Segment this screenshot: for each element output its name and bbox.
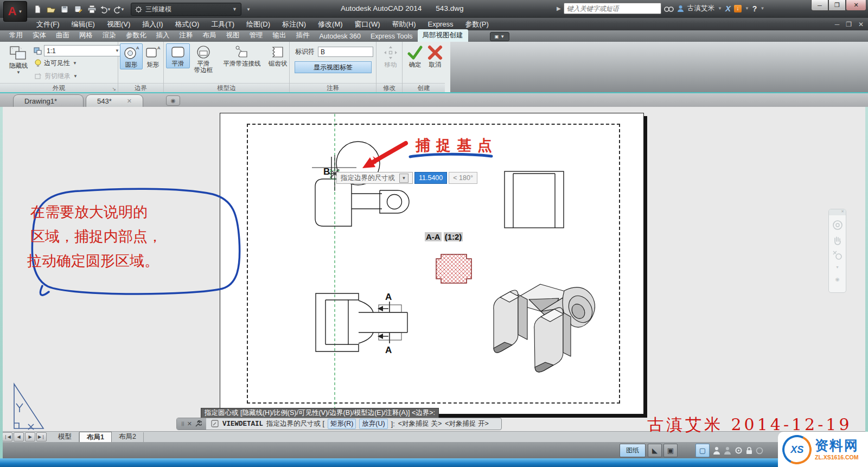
plot-button[interactable] bbox=[86, 3, 98, 15]
file-tab[interactable]: Drawing1* bbox=[13, 94, 84, 107]
annotation-visibility-icon[interactable] bbox=[724, 446, 731, 455]
quick-view-drawings-button[interactable]: ▣ bbox=[663, 444, 678, 457]
dynamic-input-options-icon[interactable]: ▼ bbox=[399, 174, 409, 183]
panel-label-annotation[interactable]: 注释 bbox=[290, 83, 376, 92]
quick-view-layouts-button[interactable]: ◣ bbox=[648, 444, 662, 457]
panel-label-create[interactable]: 创建 bbox=[403, 83, 445, 92]
viewport-maximize-button[interactable]: ▢ bbox=[695, 444, 710, 457]
new-drawing-tab-button[interactable]: ◉ bbox=[166, 95, 180, 106]
command-input-line[interactable]: VIEWDETAIL 指定边界的尺寸或 [ 矩形(R) 放弃(U) ]: <对象… bbox=[206, 418, 501, 430]
ribbon-tab[interactable]: 常用 bbox=[4, 29, 28, 42]
layout-tab[interactable]: 布局2 bbox=[112, 432, 144, 442]
search-input[interactable] bbox=[564, 3, 661, 14]
ribbon-tab[interactable]: Express Tools bbox=[366, 31, 418, 42]
section-view-label[interactable]: A-A (1:2) bbox=[425, 232, 463, 241]
panel-label-modify[interactable]: 修改 bbox=[376, 83, 402, 92]
panel-label-boundary[interactable]: 边界 bbox=[118, 83, 163, 92]
open-file-button[interactable] bbox=[45, 3, 57, 15]
menu-item[interactable]: 绘图(D) bbox=[240, 18, 276, 30]
next-layout-button[interactable]: ▶ bbox=[25, 432, 35, 442]
circular-boundary-button[interactable]: A 圆形 bbox=[120, 43, 143, 69]
signed-in-user[interactable]: 古滇艾米 bbox=[687, 4, 714, 13]
close-icon[interactable]: ✕ bbox=[127, 98, 132, 105]
panel-label-model-edge[interactable]: 模型边 bbox=[164, 83, 289, 92]
chevron-down-icon[interactable]: ▼ bbox=[745, 6, 749, 11]
app-menu-button[interactable]: A▼ bbox=[3, 1, 27, 22]
lock-icon[interactable] bbox=[746, 446, 752, 455]
dynamic-input-value[interactable]: 11.5400 bbox=[414, 172, 447, 184]
workspace-selector[interactable]: 三维建模 ▼ bbox=[131, 3, 241, 16]
menu-item[interactable]: 文件(F) bbox=[30, 18, 66, 30]
save-as-button[interactable] bbox=[72, 3, 84, 15]
last-layout-button[interactable]: ▶❘ bbox=[36, 432, 47, 442]
ribbon-tab[interactable]: 插入 bbox=[151, 29, 175, 42]
minimize-button[interactable]: ─ bbox=[811, 0, 828, 11]
wrench-icon[interactable] bbox=[195, 420, 202, 427]
navbar-close-icon[interactable]: ✕ bbox=[829, 209, 846, 215]
navigation-bar[interactable]: ✕ ▼ ◉ bbox=[828, 209, 846, 293]
rectangular-boundary-button[interactable]: A 矩形 bbox=[142, 43, 164, 69]
gear-icon[interactable] bbox=[735, 446, 743, 455]
undo-button[interactable]: ▼ bbox=[99, 3, 111, 15]
paper-model-button[interactable]: 图纸 bbox=[620, 444, 646, 457]
restore-button[interactable]: ❐ bbox=[828, 0, 846, 11]
ribbon-tab[interactable]: 网格 bbox=[74, 29, 98, 42]
smooth-with-border-button[interactable]: 平滑带边框 bbox=[189, 43, 218, 75]
close-button[interactable]: ✕ bbox=[846, 0, 866, 11]
menu-item[interactable]: 窗口(W) bbox=[349, 18, 386, 30]
ribbon-tab[interactable]: 渲染 bbox=[98, 29, 121, 42]
command-option-undo[interactable]: 放弃(U) bbox=[359, 419, 387, 429]
command-line-dock[interactable]: ⣿ ✕ VIEWDETAIL 指定边界的尺寸或 [ 矩形(R) 放弃(U) ]:… bbox=[176, 418, 502, 430]
menu-item[interactable]: 插入(I) bbox=[136, 18, 169, 30]
layout-tab[interactable]: 模型 bbox=[51, 432, 79, 442]
cancel-button[interactable]: 取消 bbox=[424, 43, 446, 69]
autodesk-360-icon[interactable]: ↓ bbox=[734, 5, 742, 12]
ribbon-tab[interactable]: 局部视图创建 bbox=[418, 29, 468, 42]
ribbon-tab[interactable]: 参数化 bbox=[121, 29, 151, 42]
zoom-icon[interactable] bbox=[832, 250, 843, 261]
clean-screen-icon[interactable] bbox=[756, 447, 763, 455]
ribbon-tab[interactable]: 布局 bbox=[198, 29, 221, 42]
search-go-icon[interactable]: ▶ bbox=[557, 5, 561, 11]
first-layout-button[interactable]: ❘◀ bbox=[2, 432, 12, 442]
ribbon-state-button[interactable]: ▣▼ bbox=[490, 32, 509, 41]
save-button[interactable] bbox=[59, 3, 71, 15]
command-option-rectangular[interactable]: 矩形(R) bbox=[328, 419, 356, 429]
dialog-launcher-icon[interactable]: ↘ bbox=[112, 86, 116, 92]
annotation-scale-icon[interactable] bbox=[713, 446, 720, 455]
layout-tab[interactable]: 布局1 bbox=[79, 432, 112, 442]
command-customize-icon[interactable] bbox=[210, 420, 219, 428]
qat-customize-button[interactable]: ▼ bbox=[243, 3, 255, 15]
dynamic-input-angle[interactable]: < 180° bbox=[449, 172, 477, 184]
menu-item[interactable]: Express bbox=[422, 18, 459, 30]
ok-button[interactable]: 确定 bbox=[404, 43, 426, 69]
navbar-settings-icon[interactable]: ◉ bbox=[835, 277, 840, 282]
hidden-lines-button[interactable]: 隐藏线 ▼ bbox=[3, 43, 34, 76]
binoculars-icon[interactable] bbox=[664, 5, 674, 12]
panel-label-appearance[interactable]: 外观↘ bbox=[0, 83, 118, 92]
ribbon-tab[interactable]: 注释 bbox=[175, 29, 198, 42]
smooth-button[interactable]: 平滑 bbox=[166, 43, 190, 68]
steering-wheel-icon[interactable] bbox=[832, 220, 843, 231]
pan-hand-icon[interactable] bbox=[833, 235, 843, 246]
new-file-button[interactable] bbox=[31, 3, 43, 15]
menu-item[interactable]: 帮助(H) bbox=[386, 18, 422, 30]
edge-visibility-button[interactable]: 边可见性 ▼ bbox=[35, 59, 77, 68]
show-view-label-button[interactable]: 显示视图标签 bbox=[295, 61, 372, 73]
scale-combo[interactable]: 1:1▼ bbox=[44, 45, 122, 56]
help-icon[interactable]: ? bbox=[752, 4, 757, 13]
file-tab[interactable]: 543*✕ bbox=[86, 94, 143, 107]
menu-item[interactable]: 格式(O) bbox=[169, 18, 206, 30]
menu-item[interactable]: 视图(V) bbox=[101, 18, 136, 30]
menu-item[interactable]: 修改(M) bbox=[312, 18, 349, 30]
ribbon-tab[interactable]: 插件 bbox=[291, 29, 315, 42]
prev-layout-button[interactable]: ◀ bbox=[14, 432, 24, 442]
doc-restore-button[interactable]: ❐ bbox=[846, 21, 852, 28]
ribbon-tab[interactable]: 视图 bbox=[221, 29, 245, 42]
ribbon-tab[interactable]: 管理 bbox=[245, 29, 268, 42]
chevron-down-icon[interactable]: ▼ bbox=[835, 265, 839, 269]
ribbon-tab[interactable]: Autodesk 360 bbox=[315, 31, 366, 42]
menu-item[interactable]: 编辑(E) bbox=[66, 18, 101, 30]
exchange-apps-icon[interactable]: X bbox=[725, 4, 731, 13]
ribbon-tab[interactable]: 曲面 bbox=[51, 29, 74, 42]
